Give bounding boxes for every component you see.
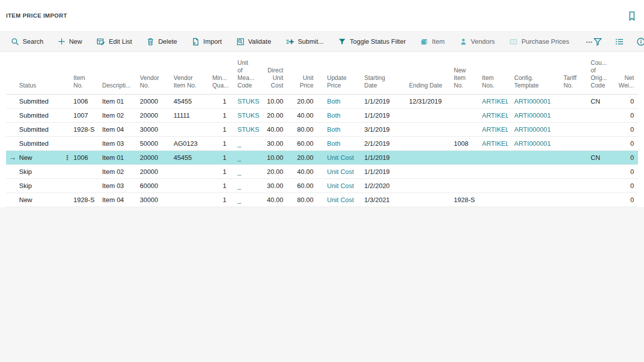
cell-country-of-origin-code[interactable] xyxy=(585,178,618,193)
cell-status[interactable]: Skip xyxy=(19,178,61,193)
cell-row-selector[interactable] xyxy=(6,193,19,207)
validate-button[interactable]: Validate xyxy=(236,38,271,46)
cell-link-item-nos[interactable]: ARTIKEL xyxy=(482,126,508,133)
search-button[interactable]: Search xyxy=(11,38,43,46)
cell-link-update-price[interactable]: Both xyxy=(327,98,341,105)
purchase-prices-button[interactable]: Purchase Prices xyxy=(509,38,569,46)
cell-net-weight[interactable]: 0 xyxy=(618,94,638,108)
cell-link-update-price[interactable]: Unit Cost xyxy=(327,182,354,190)
import-button[interactable]: Import xyxy=(192,38,222,46)
cell-net-weight[interactable]: 0 xyxy=(618,178,638,193)
cell-update-price[interactable]: Unit Cost xyxy=(321,164,358,178)
cell-item-no[interactable]: 1007 xyxy=(73,108,102,122)
cell-row-menu[interactable] xyxy=(61,122,73,136)
table-row[interactable]: Submitted1928-SItem 04300001STUKS40.0080… xyxy=(6,122,638,136)
cell-unit-price[interactable]: 40.00 xyxy=(288,108,321,122)
cell-tariff-no[interactable] xyxy=(557,108,585,122)
list-view-button[interactable] xyxy=(615,37,625,47)
cell-unit-of-measure-code[interactable]: STUKS xyxy=(231,94,259,108)
cell-row-menu[interactable]: ⋮ xyxy=(61,150,73,164)
cell-update-price[interactable]: Both xyxy=(321,94,358,108)
cell-vendor-item-no[interactable] xyxy=(174,193,212,207)
cell-update-price[interactable]: Both xyxy=(321,108,358,122)
cell-direct-unit-cost[interactable]: 20.00 xyxy=(259,164,288,178)
cell-country-of-origin-code[interactable]: CN xyxy=(585,94,618,108)
cell-tariff-no[interactable] xyxy=(557,122,585,136)
cell-row-selector[interactable]: → xyxy=(6,150,19,164)
cell-item-no[interactable]: 1928-S xyxy=(73,193,102,207)
cell-description[interactable]: Item 01 xyxy=(102,150,140,164)
cell-row-menu[interactable] xyxy=(61,178,73,193)
cell-link-config-template[interactable]: ARTI000001 xyxy=(514,126,551,133)
cell-config-template[interactable]: ARTI000001 xyxy=(508,94,557,108)
cell-link-update-price[interactable]: Unit Cost xyxy=(327,168,354,175)
cell-item-no[interactable] xyxy=(73,164,102,178)
cell-status[interactable]: New xyxy=(19,193,61,207)
cell-description[interactable]: Item 04 xyxy=(102,122,140,136)
cell-vendor-no[interactable]: 20000 xyxy=(140,164,174,178)
cell-link-item-nos[interactable]: ARTIKEL xyxy=(482,112,508,119)
cell-vendor-item-no[interactable] xyxy=(174,164,212,178)
cell-tariff-no[interactable] xyxy=(557,94,585,108)
table-row[interactable]: New1928-SItem 04300001_40.0080.00Unit Co… xyxy=(6,193,638,207)
cell-country-of-origin-code[interactable] xyxy=(585,164,618,178)
cell-new-item-no[interactable] xyxy=(448,94,476,108)
cell-vendor-no[interactable]: 20000 xyxy=(140,150,174,164)
submit-button[interactable]: Submit... xyxy=(286,38,324,46)
cell-net-weight[interactable]: 0 xyxy=(618,108,638,122)
cell-vendor-no[interactable]: 20000 xyxy=(140,108,174,122)
cell-config-template[interactable]: ARTI000001 xyxy=(508,122,557,136)
col-header-unit-of-measure-code[interactable]: Unit of Mea... Code xyxy=(231,52,259,94)
cell-update-price[interactable]: Unit Cost xyxy=(321,178,358,193)
cell-link-update-price[interactable]: Both xyxy=(327,140,341,147)
cell-description[interactable]: Item 01 xyxy=(102,94,140,108)
cell-min-qty[interactable]: 1 xyxy=(212,136,231,150)
table-row[interactable]: SubmittedItem 0350000AG01231_30.0060.00B… xyxy=(6,136,638,150)
cell-vendor-item-no[interactable]: 11111 xyxy=(174,108,212,122)
cell-net-weight[interactable]: 0 xyxy=(618,164,638,178)
cell-row-selector[interactable] xyxy=(6,164,19,178)
cell-country-of-origin-code[interactable] xyxy=(585,136,618,150)
cell-min-qty[interactable]: 1 xyxy=(212,193,231,207)
cell-vendor-no[interactable]: 60000 xyxy=(140,178,174,193)
cell-net-weight[interactable]: 0 xyxy=(618,150,638,164)
cell-vendor-no[interactable]: 30000 xyxy=(140,193,174,207)
cell-link-unit-of-measure-code[interactable]: STUKS xyxy=(237,98,259,105)
cell-ending-date[interactable] xyxy=(403,164,448,178)
table-row[interactable]: SkipItem 03600001_30.0060.00Unit Cost1/2… xyxy=(6,178,638,193)
cell-net-weight[interactable]: 0 xyxy=(618,136,638,150)
delete-button[interactable]: Delete xyxy=(146,38,177,46)
col-header-tariff-no[interactable]: Tariff No. xyxy=(557,52,585,94)
cell-unit-price[interactable]: 40.00 xyxy=(288,164,321,178)
cell-link-update-price[interactable]: Unit Cost xyxy=(327,154,354,161)
cell-starting-date[interactable]: 2/1/2019 xyxy=(358,136,403,150)
table-row[interactable]: →New⋮1006Item 0120000454551_10.0020.00Un… xyxy=(6,150,638,164)
cell-ending-date[interactable]: 12/31/2019 xyxy=(403,94,448,108)
cell-item-no[interactable]: 1006 xyxy=(73,150,102,164)
cell-status[interactable]: Submitted xyxy=(19,136,61,150)
col-header-config-template[interactable]: Config. Template xyxy=(508,52,557,94)
cell-config-template[interactable] xyxy=(508,178,557,193)
cell-starting-date[interactable]: 1/1/2019 xyxy=(358,164,403,178)
col-header-vendor-item-no[interactable]: Vendor Item No. xyxy=(174,52,212,94)
cell-vendor-item-no[interactable] xyxy=(174,122,212,136)
cell-link-config-template[interactable]: ARTI000001 xyxy=(514,140,551,147)
cell-description[interactable]: Item 04 xyxy=(102,193,140,207)
cell-direct-unit-cost[interactable]: 40.00 xyxy=(259,122,288,136)
cell-link-update-price[interactable]: Unit Cost xyxy=(327,196,354,204)
cell-unit-of-measure-code[interactable]: _ xyxy=(231,178,259,193)
cell-min-qty[interactable]: 1 xyxy=(212,108,231,122)
col-header-starting-date[interactable]: Starting Date xyxy=(358,52,403,94)
cell-unit-of-measure-code[interactable]: _ xyxy=(231,164,259,178)
cell-new-item-no[interactable] xyxy=(448,150,476,164)
cell-row-menu[interactable] xyxy=(61,136,73,150)
cell-row-menu[interactable] xyxy=(61,94,73,108)
filter-pane-button[interactable] xyxy=(593,37,603,47)
cell-starting-date[interactable]: 1/1/2019 xyxy=(358,150,403,164)
cell-direct-unit-cost[interactable]: 30.00 xyxy=(259,136,288,150)
cell-status[interactable]: Skip xyxy=(19,164,61,178)
cell-item-no[interactable]: 1928-S xyxy=(73,122,102,136)
cell-vendor-no[interactable]: 50000 xyxy=(140,136,174,150)
cell-link-unit-of-measure-code[interactable]: _ xyxy=(237,140,241,147)
cell-ending-date[interactable] xyxy=(403,150,448,164)
